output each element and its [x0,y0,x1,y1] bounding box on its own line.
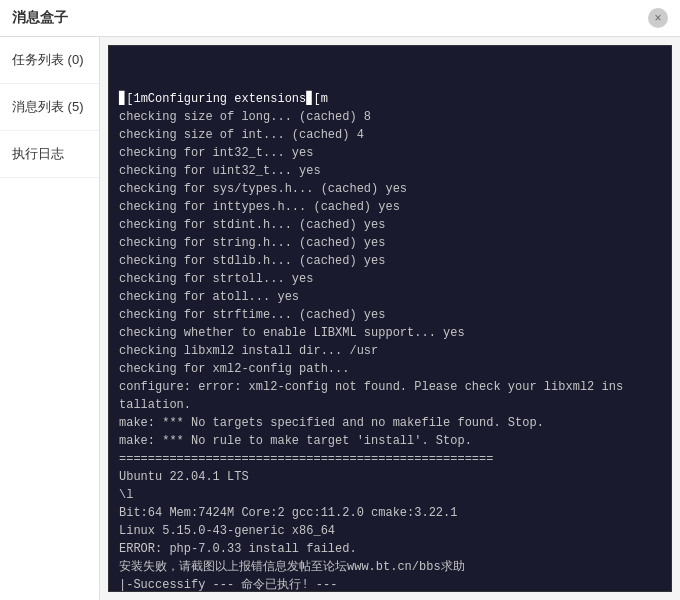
terminal-line: checking for sys/types.h... (cached) yes [119,180,661,198]
terminal-line: make: *** No rule to make target 'instal… [119,432,661,450]
terminal-line: ERROR: php-7.0.33 install failed. [119,540,661,558]
close-button[interactable]: × [648,8,668,28]
content-area: ▊[1mConfiguring extensions▊[mchecking si… [100,37,680,600]
terminal-line: 安装失败，请截图以上报错信息发帖至论坛www.bt.cn/bbs求助 [119,558,661,576]
terminal-line: make: *** No targets specified and no ma… [119,414,661,432]
terminal-line: Bit:64 Mem:7424M Core:2 gcc:11.2.0 cmake… [119,504,661,522]
terminal-line: ========================================… [119,450,661,468]
terminal-line: \l [119,486,661,504]
terminal-line: checking for string.h... (cached) yes [119,234,661,252]
terminal-line: checking size of int... (cached) 4 [119,126,661,144]
title-bar: 消息盒子 × [0,0,680,37]
terminal[interactable]: ▊[1mConfiguring extensions▊[mchecking si… [108,45,672,592]
terminal-line: ▊[1mConfiguring extensions▊[m [119,90,661,108]
terminal-line: checking for strftime... (cached) yes [119,306,661,324]
terminal-line: checking size of long... (cached) 8 [119,108,661,126]
terminal-line: checking libxml2 install dir... /usr [119,342,661,360]
sidebar-item-task-list[interactable]: 任务列表 (0) [0,37,99,84]
terminal-line: checking for int32_t... yes [119,144,661,162]
terminal-line: tallation. [119,396,661,414]
terminal-line: checking for atoll... yes [119,288,661,306]
main-layout: 任务列表 (0)消息列表 (5)执行日志 ▊[1mConfiguring ext… [0,37,680,600]
sidebar-item-exec-log[interactable]: 执行日志 [0,131,99,178]
terminal-line: Linux 5.15.0-43-generic x86_64 [119,522,661,540]
terminal-line: checking for inttypes.h... (cached) yes [119,198,661,216]
terminal-line: checking for strtoll... yes [119,270,661,288]
terminal-line: Ubuntu 22.04.1 LTS [119,468,661,486]
sidebar-item-message-list[interactable]: 消息列表 (5) [0,84,99,131]
terminal-line: checking whether to enable LIBXML suppor… [119,324,661,342]
close-icon: × [654,11,661,25]
terminal-line: checking for stdint.h... (cached) yes [119,216,661,234]
terminal-line: checking for xml2-config path... [119,360,661,378]
terminal-line: configure: error: xml2-config not found.… [119,378,661,396]
title-text: 消息盒子 [12,9,68,27]
terminal-line: checking for uint32_t... yes [119,162,661,180]
terminal-line: checking for stdlib.h... (cached) yes [119,252,661,270]
sidebar: 任务列表 (0)消息列表 (5)执行日志 [0,37,100,600]
terminal-line: |-Successify --- 命令已执行! --- [119,576,661,592]
